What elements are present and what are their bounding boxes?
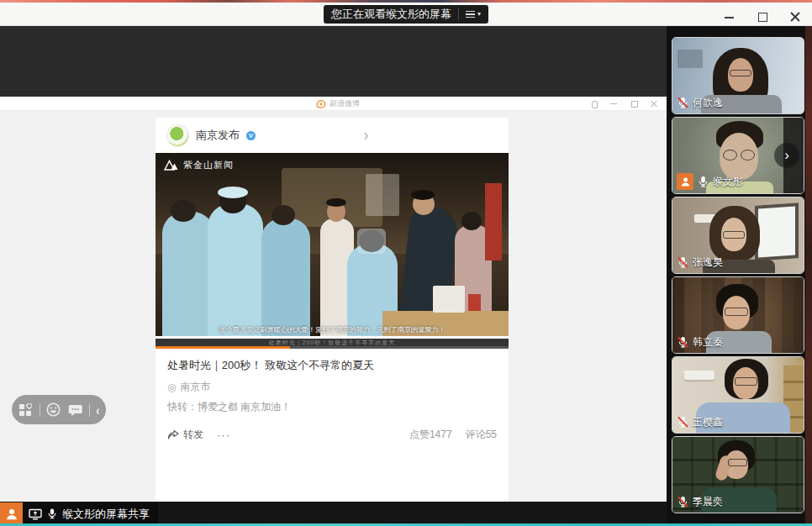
likes-count[interactable]: 点赞1477: [409, 428, 452, 442]
hamburger-icon: [466, 9, 475, 20]
participant-tile[interactable]: 何歆逸: [672, 37, 804, 114]
zijinshan-logo-icon: [164, 160, 179, 171]
mic-muted-icon: [677, 416, 689, 429]
weibo-restore-button[interactable]: [630, 100, 638, 108]
participant-tile[interactable]: 张逸昊: [672, 197, 804, 274]
shared-screen-view: 新浪微博 南京发布 V ›: [0, 26, 667, 502]
video-bar-title: 处暑时光｜200秒！致敬这个不寻常的夏天: [156, 339, 509, 346]
weibo-window-controls: [590, 97, 658, 111]
toolbar-divider: [40, 403, 40, 417]
post-repost-line[interactable]: 快转：博爱之都 南京加油！: [167, 400, 291, 414]
more-button[interactable]: ···: [217, 429, 230, 441]
minimize-button[interactable]: [725, 12, 735, 22]
participant-tile[interactable]: 韩立秦: [672, 276, 804, 354]
participant-sidebar: 何歆逸 缑文彤: [667, 26, 812, 526]
weibo-close-button[interactable]: [651, 100, 658, 108]
share-label: 转发: [183, 428, 203, 442]
participant-label: 张逸昊: [677, 255, 723, 270]
chat-icon[interactable]: [67, 402, 82, 418]
mic-muted-icon: [677, 97, 689, 109]
mic-on-icon: [46, 508, 58, 520]
participant-name: 季晨奕: [693, 495, 723, 509]
share-button[interactable]: 转发: [167, 428, 203, 442]
watching-banner[interactable]: 您正在观看缑文彤的屏幕 ▾: [324, 5, 488, 24]
banner-menu-icon[interactable]: ▾: [458, 8, 481, 20]
weibo-minimize-button[interactable]: [610, 100, 618, 108]
participant-name: 韩立秦: [693, 335, 723, 350]
mic-muted-icon: [677, 496, 689, 508]
video-subtitle: 这个夏天见证刷屏暖心的大爱！见到了南京的努力，见到了南京的凝聚力！: [162, 325, 501, 335]
participant-name: 王樱鑫: [693, 415, 723, 429]
person-icon: [5, 508, 18, 521]
participant-name: 缑文彤: [713, 175, 743, 189]
participant-label: 何歆逸: [677, 96, 723, 110]
weibo-window-titlebar: 新浪微博: [0, 97, 667, 111]
watching-banner-text: 您正在观看缑文彤的屏幕: [331, 5, 451, 24]
toolbar-collapse-icon[interactable]: ‹: [96, 402, 100, 418]
window-controls: [725, 5, 800, 29]
apps-grid-icon[interactable]: [18, 402, 33, 418]
emoji-icon[interactable]: [46, 402, 61, 418]
toolbar-divider: [89, 403, 90, 417]
screen-share-footer-text: 缑文彤的屏幕共享: [62, 507, 150, 522]
participant-name: 张逸昊: [693, 255, 723, 270]
post-actions-row: 转发 ··· 点赞1477 评论55: [156, 422, 509, 447]
screen-share-icon: [29, 508, 42, 520]
video-control-bar[interactable]: 处暑时光｜200秒！致敬这个不寻常的夏天: [156, 339, 509, 346]
participant-label: 王樱鑫: [677, 415, 723, 429]
sidebar-edge-strip: [805, 26, 812, 526]
meeting-main: 新浪微博 南京发布 V ›: [0, 26, 812, 526]
weibo-window-title: 新浪微博: [330, 98, 360, 109]
maximize-button[interactable]: [757, 12, 767, 22]
video-progress-track[interactable]: [156, 346, 509, 349]
location-icon: ◎: [167, 381, 176, 393]
post-stats: 点赞1477 评论55: [409, 428, 497, 442]
presenter-badge: [0, 502, 23, 525]
close-button[interactable]: [790, 12, 800, 22]
participant-tile[interactable]: 王樱鑫: [672, 356, 804, 434]
post-location-row[interactable]: ◎ 南京市: [167, 380, 210, 394]
screen-share-footer[interactable]: 缑文彤的屏幕共享: [23, 502, 158, 525]
video-channel-logo: 紫金山新闻: [164, 159, 234, 171]
verified-badge-icon: V: [246, 131, 256, 140]
mic-muted-icon: [677, 336, 689, 349]
participant-name: 何歆逸: [693, 96, 723, 110]
weibo-pin-button[interactable]: [590, 100, 598, 108]
video-progress-fill: [156, 346, 290, 349]
meeting-window: 您正在观看缑文彤的屏幕 ▾ 新浪微博: [0, 0, 812, 526]
post-expand-chevron-icon[interactable]: ›: [364, 124, 368, 143]
author-name[interactable]: 南京发布: [196, 128, 240, 143]
weibo-logo-icon: [315, 99, 326, 108]
presenter-chip-icon: [677, 173, 693, 190]
video-channel-name: 紫金山新闻: [183, 159, 234, 171]
participant-tile[interactable]: 缑文彤 ›: [672, 117, 804, 194]
mic-muted-icon: [677, 256, 689, 269]
mic-on-icon: [697, 176, 709, 188]
video-scene: [156, 153, 509, 336]
expand-tile-button[interactable]: ›: [774, 143, 799, 168]
participant-label: 韩立秦: [677, 335, 723, 350]
participant-label: 季晨奕: [677, 495, 723, 509]
annotation-toolbar: ‹: [12, 395, 106, 424]
caret-down-icon: ▾: [477, 5, 481, 24]
post-location-text: 南京市: [180, 380, 210, 394]
post-video-player[interactable]: 紫金山新闻 这个夏天见证刷屏暖心的大爱！见到了南京的努力，见到了南京的凝聚力！: [156, 153, 509, 336]
participant-label: 缑文彤: [677, 173, 743, 190]
app-titlebar: 您正在观看缑文彤的屏幕 ▾: [0, 3, 812, 26]
shared-weibo-window: 新浪微博 南京发布 V ›: [0, 97, 667, 502]
weibo-brand: 新浪微博: [315, 97, 360, 111]
post-header: 南京发布 V: [156, 118, 509, 153]
comments-count[interactable]: 评论55: [466, 428, 497, 442]
participant-tile[interactable]: 季晨奕: [672, 436, 804, 513]
share-arrow-icon: [167, 429, 180, 440]
post-caption: 处暑时光｜200秒！ 致敬这个不寻常的夏天: [167, 358, 497, 373]
author-avatar[interactable]: [166, 124, 189, 147]
weibo-post-card: 南京发布 V ›: [156, 118, 509, 502]
